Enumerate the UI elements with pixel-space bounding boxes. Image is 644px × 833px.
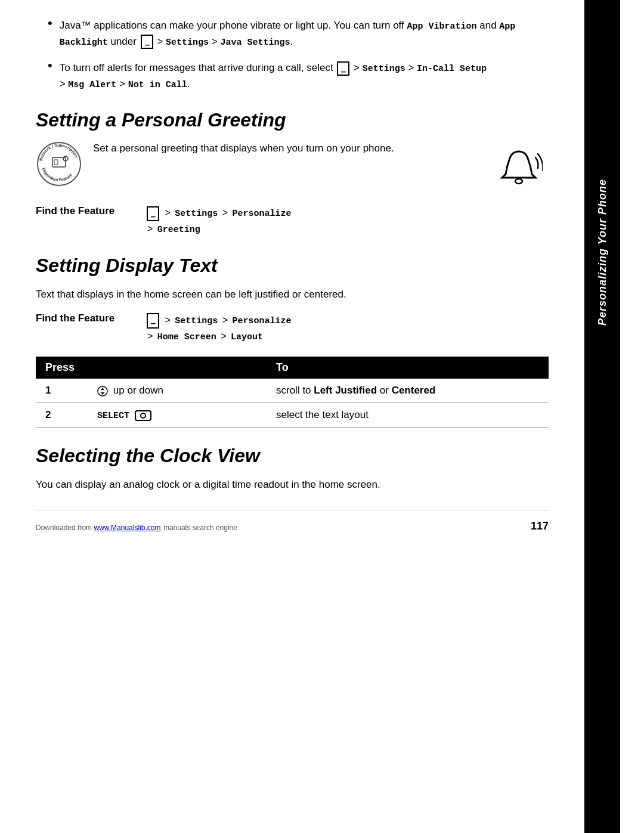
svg-rect-3 bbox=[54, 160, 58, 165]
page-number: 117 bbox=[531, 520, 549, 532]
settings-text-2: Settings bbox=[363, 64, 405, 74]
downloaded-from-text: Downloaded from bbox=[36, 524, 94, 532]
bullet-text-2: To turn off alerts for messages that arr… bbox=[60, 60, 487, 92]
section1-heading: Setting a Personal Greeting bbox=[36, 109, 549, 131]
table-row-2: 2 SELECT select the text layout bbox=[36, 403, 549, 428]
arrow-6: > bbox=[147, 331, 156, 341]
personalize-path-2: Personalize bbox=[233, 316, 292, 326]
select-label: SELECT bbox=[97, 411, 129, 421]
svg-marker-9 bbox=[101, 392, 104, 395]
footer-suffix: manuals search engine bbox=[163, 524, 237, 532]
badge-svg: Network / Subscription Dependent Feature bbox=[36, 141, 82, 187]
find-feature-path-2: ⎯ > Settings > Personalize > Home Screen… bbox=[145, 312, 292, 345]
svg-text:Dependent Feature: Dependent Feature bbox=[42, 168, 73, 182]
find-feature-label-2: Find the Feature bbox=[36, 312, 131, 324]
arrow-3: > bbox=[147, 224, 156, 234]
bullet-section: • Java™ applications can make your phone… bbox=[36, 18, 549, 92]
find-feature-row-1: Find the Feature ⎯ > Settings > Personal… bbox=[36, 205, 549, 237]
select-button-dot bbox=[140, 413, 146, 419]
arrow-1: > bbox=[165, 208, 173, 218]
section3-heading: Selecting the Clock View bbox=[36, 444, 549, 467]
action-2: select the text layout bbox=[267, 403, 549, 428]
personalize-path-1: Personalize bbox=[233, 209, 292, 219]
in-call-setup-text: In-Call Setup bbox=[417, 64, 487, 74]
msg-alert-text: Msg Alert bbox=[68, 80, 116, 90]
menu-icon-3: ⎯ bbox=[147, 206, 159, 221]
bullet-dot-2: • bbox=[48, 58, 52, 73]
arrow-4: > bbox=[165, 315, 173, 325]
press-table: Press To 1 up or down scroll to bbox=[36, 357, 549, 428]
step-2: 2 bbox=[36, 403, 88, 428]
arrow-5: > bbox=[222, 315, 231, 325]
arrow-7: > bbox=[221, 331, 229, 341]
settings-path-2: Settings bbox=[175, 316, 218, 326]
step-1: 1 bbox=[36, 379, 88, 403]
table-row-1: 1 up or down scroll to Left Justified or… bbox=[36, 379, 549, 403]
section2-heading: Setting Display Text bbox=[36, 254, 549, 277]
svg-marker-8 bbox=[101, 388, 104, 390]
svg-point-6 bbox=[515, 179, 522, 184]
settings-text-1: Settings bbox=[166, 38, 209, 48]
manualslib-link[interactable]: www.Manualslib.com bbox=[94, 524, 160, 532]
action-1: scroll to Left Justified or Centered bbox=[267, 379, 549, 403]
press-2: SELECT bbox=[88, 403, 267, 428]
press-1: up or down bbox=[88, 379, 267, 403]
bullet-item-2: • To turn off alerts for messages that a… bbox=[36, 60, 549, 92]
greeting-path: Greeting bbox=[157, 225, 200, 235]
section3-desc: You can display an analog clock or a dig… bbox=[36, 477, 549, 493]
select-button-icon bbox=[135, 410, 151, 421]
app-vibration-text: App Vibration bbox=[407, 21, 476, 32]
section1-desc: Set a personal greeting that displays wh… bbox=[93, 143, 394, 154]
step-num-2: 2 bbox=[45, 409, 51, 420]
bullet-item-1: • Java™ applications can make your phone… bbox=[36, 18, 549, 49]
sidebar-label: Personalizing Your Phone bbox=[596, 179, 609, 326]
find-feature-row-2: Find the Feature ⎯ > Settings > Personal… bbox=[36, 312, 549, 345]
menu-icon-2: ⎯ bbox=[337, 61, 349, 76]
not-in-call-text: Not in Call bbox=[128, 80, 187, 90]
layout-path: Layout bbox=[231, 332, 263, 342]
centered-text: Centered bbox=[392, 385, 436, 396]
sidebar: Personalizing Your Phone bbox=[584, 0, 620, 833]
home-screen-path: Home Screen bbox=[157, 332, 216, 342]
bell-icon bbox=[495, 145, 543, 193]
bullet-dot-1: • bbox=[48, 16, 52, 31]
table-col-press: Press bbox=[36, 357, 267, 379]
left-justified-text: Left Justified bbox=[314, 385, 377, 396]
arrow-2: > bbox=[222, 208, 231, 218]
menu-icon-1: ⎯ bbox=[141, 35, 153, 49]
nav-up-down-icon bbox=[97, 386, 108, 397]
feature-text-1: Set a personal greeting that displays wh… bbox=[93, 141, 549, 156]
java-settings-text: Java Settings bbox=[220, 38, 290, 48]
footer: Downloaded from www.Manualslib.com manua… bbox=[36, 510, 549, 532]
bullet-text-1: Java™ applications can make your phone v… bbox=[60, 18, 549, 49]
up-or-down-text: up or down bbox=[113, 385, 163, 396]
settings-path-1: Settings bbox=[175, 209, 218, 219]
page-wrapper: • Java™ applications can make your phone… bbox=[0, 0, 644, 833]
footer-left: Downloaded from www.Manualslib.com manua… bbox=[36, 522, 237, 532]
table-col-to: To bbox=[267, 357, 549, 379]
svg-text:Network / Subscription: Network / Subscription bbox=[38, 143, 78, 162]
find-feature-path-1: ⎯ > Settings > Personalize > Greeting bbox=[145, 205, 292, 237]
menu-icon-4: ⎯ bbox=[147, 313, 159, 328]
section2-desc: Text that displays in the home screen ca… bbox=[36, 287, 549, 302]
find-feature-label-1: Find the Feature bbox=[36, 205, 131, 217]
step-num-1: 1 bbox=[45, 385, 51, 396]
main-content: • Java™ applications can make your phone… bbox=[0, 0, 584, 833]
feature-badge: Network / Subscription Dependent Feature bbox=[36, 141, 83, 188]
